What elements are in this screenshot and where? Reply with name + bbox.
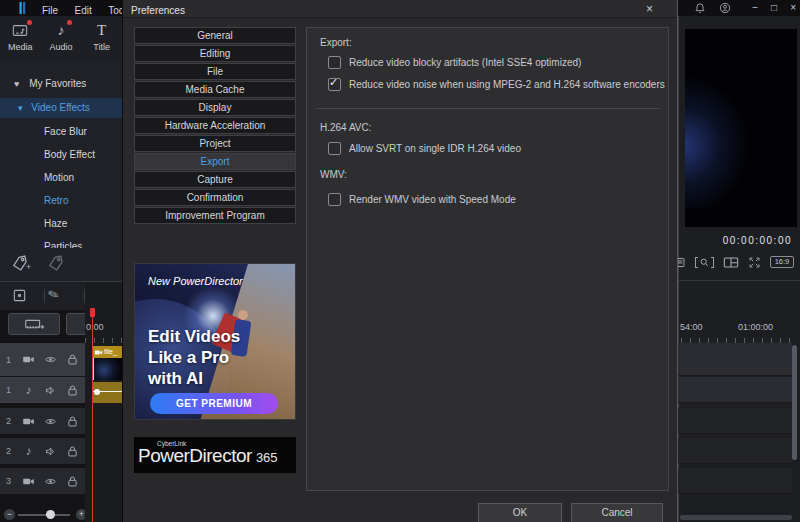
checkbox-row: Render WMV video with Speed Mode xyxy=(328,193,516,206)
dialog-close-button[interactable]: × xyxy=(642,1,657,17)
playhead-line[interactable] xyxy=(92,312,93,522)
ruler-label: 0:00 xyxy=(86,322,104,332)
zoom-slider-handle[interactable] xyxy=(46,510,55,519)
favorites-toolbar: + xyxy=(0,248,122,282)
speaker-icon[interactable] xyxy=(44,384,57,397)
track-header-video-1[interactable]: 1 xyxy=(0,343,85,376)
nav-hardware-acceleration[interactable]: Hardware Acceleration xyxy=(134,117,296,134)
timeline-track-area[interactable] xyxy=(678,377,792,403)
speaker-icon[interactable] xyxy=(44,445,57,458)
select-frame-icon[interactable] xyxy=(12,288,27,303)
nav-improvement-program[interactable]: Improvement Program xyxy=(134,207,296,224)
checkbox-row: Allow SVRT on single IDR H.264 video xyxy=(328,142,521,155)
promo-banner[interactable]: New PowerDirector Edit Videos Like a Pro… xyxy=(134,263,296,420)
brand-banner[interactable]: CyberLink PowerDirector365 xyxy=(134,437,296,473)
nav-export[interactable]: Export xyxy=(134,153,296,170)
lock-icon[interactable] xyxy=(66,415,79,428)
remove-tag-icon[interactable] xyxy=(46,253,66,273)
sidebar-item-retro[interactable]: Retro xyxy=(0,191,122,211)
close-window-button[interactable]: × xyxy=(790,0,796,16)
zoom-out-button[interactable]: − xyxy=(4,509,15,520)
reduce-video-noise-checkbox[interactable] xyxy=(328,78,341,91)
nav-display[interactable]: Display xyxy=(134,99,296,116)
nav-file[interactable]: File xyxy=(134,63,296,80)
lock-icon[interactable] xyxy=(66,475,79,488)
timeline-track-area[interactable] xyxy=(678,438,792,464)
effects-sidebar: ♥ My Favorites ▾ Video Effects Face Blur… xyxy=(0,62,122,248)
zoom-slider-track[interactable] xyxy=(18,514,70,516)
dialog-title: Preferences xyxy=(123,5,185,16)
timeline-track-area[interactable] xyxy=(678,468,792,494)
volume-keyframe[interactable] xyxy=(94,389,100,395)
eye-icon[interactable] xyxy=(44,475,57,488)
clip-header[interactable]: file_ xyxy=(93,346,122,358)
sidebar-item-motion[interactable]: Motion xyxy=(0,168,122,188)
track-number: 1 xyxy=(6,385,13,395)
bell-icon[interactable] xyxy=(694,2,706,14)
nav-project[interactable]: Project xyxy=(134,135,296,152)
lock-icon[interactable] xyxy=(66,384,79,397)
ok-button[interactable]: OK xyxy=(478,503,562,522)
nav-capture[interactable]: Capture xyxy=(134,171,296,188)
clip-video-icon xyxy=(94,348,103,357)
timeline-track-area[interactable] xyxy=(678,343,792,376)
track-header-video-2[interactable]: 2 xyxy=(0,408,85,434)
nav-editing[interactable]: Editing xyxy=(134,45,296,62)
sidebar-item-my-favorites[interactable]: ♥ My Favorites xyxy=(0,74,122,94)
nav-general[interactable]: General xyxy=(134,27,296,44)
notification-dot xyxy=(27,20,32,25)
video-preview xyxy=(685,29,797,227)
maximize-button[interactable]: □ xyxy=(771,0,777,16)
bracket xyxy=(711,257,714,268)
track-header-audio-1[interactable]: 1 ♪ xyxy=(0,377,85,403)
tab-title[interactable]: T Title xyxy=(81,16,122,62)
sidebar-item-face-blur[interactable]: Face Blur xyxy=(0,122,122,142)
tab-audio[interactable]: ♪ Audio xyxy=(41,16,82,62)
track-number: 3 xyxy=(6,476,13,486)
clip-thumbnail[interactable] xyxy=(93,358,122,380)
nav-confirmation[interactable]: Confirmation xyxy=(134,189,296,206)
plus-glyph: + xyxy=(26,262,31,272)
horizontal-scrollbar[interactable] xyxy=(680,515,792,520)
divider xyxy=(679,280,800,281)
eye-icon[interactable] xyxy=(44,415,57,428)
sidebar-item-label: Video Effects xyxy=(31,102,90,113)
cancel-button[interactable]: Cancel xyxy=(571,503,663,522)
checkbox-row: Reduce video blocky artifacts (Intel SSE… xyxy=(328,56,581,69)
minimize-button[interactable]: − xyxy=(752,0,758,16)
aspect-ratio-badge[interactable]: 16:9 xyxy=(770,256,794,268)
notification-dot xyxy=(67,20,72,25)
room-tabs: Media ♪ Audio T Title xyxy=(0,16,122,63)
audio-clip[interactable] xyxy=(93,382,122,403)
track-header-video-3[interactable]: 3 xyxy=(0,468,85,494)
video-track-icon xyxy=(22,353,35,366)
eye-icon[interactable] xyxy=(44,353,57,366)
render-wmv-speed-mode-checkbox[interactable] xyxy=(328,193,341,206)
sidebar-item-particles[interactable]: Particles xyxy=(0,237,122,248)
vertical-scrollbar[interactable] xyxy=(792,345,797,460)
manage-tracks-button[interactable] xyxy=(8,313,60,335)
split-view-icon[interactable] xyxy=(723,256,739,269)
nav-media-cache[interactable]: Media Cache xyxy=(134,81,296,98)
pen-tool-icon[interactable]: ✎ xyxy=(46,286,61,304)
get-premium-button[interactable]: GET PREMIUM xyxy=(150,393,278,414)
track-header-audio-2[interactable]: 2 ♪ xyxy=(0,438,85,464)
chevron-down-icon: ▾ xyxy=(18,103,23,113)
room-tab-label: Audio xyxy=(41,42,82,52)
preview-frame-content xyxy=(685,69,755,209)
lock-icon[interactable] xyxy=(66,353,79,366)
account-icon[interactable] xyxy=(719,2,731,14)
sidebar-item-haze[interactable]: Haze xyxy=(0,214,122,234)
timeline-track-area[interactable] xyxy=(678,408,792,434)
video-track-icon xyxy=(22,475,35,488)
sidebar-item-body-effect[interactable]: Body Effect xyxy=(0,145,122,165)
sidebar-item-video-effects[interactable]: ▾ Video Effects xyxy=(0,98,122,118)
lock-icon[interactable] xyxy=(66,445,79,458)
media-room-icon xyxy=(12,24,28,37)
preview-zoom-icon[interactable] xyxy=(695,253,714,271)
tab-media[interactable]: Media xyxy=(0,16,41,62)
fullscreen-icon[interactable] xyxy=(748,256,761,269)
reduce-blocky-artifacts-checkbox[interactable] xyxy=(328,56,341,69)
app-window: File Edit Tools − □ × Media ♪ Audio T Ti… xyxy=(0,0,800,522)
allow-svrt-checkbox[interactable] xyxy=(328,142,341,155)
